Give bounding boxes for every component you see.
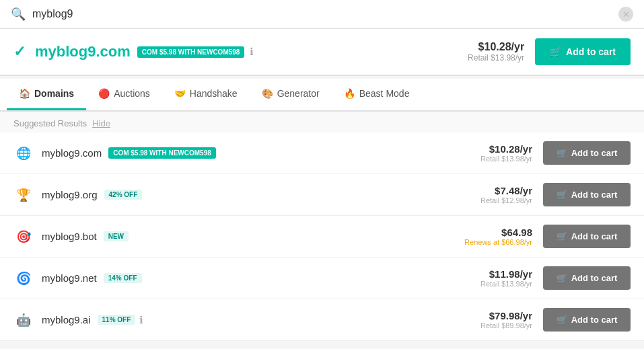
result-badge: COM $5.98 WITH NEWCOM598: [108, 147, 216, 159]
tab-generator[interactable]: 🎨 Generator: [250, 79, 332, 110]
results-list: 🌐 myblog9.com COM $5.98 WITH NEWCOM598 $…: [0, 132, 644, 341]
result-domain-name: myblog9.net: [42, 272, 97, 284]
result-row: 🤖 myblog9.ai 11% OFF ℹ $79.98/yr Retail …: [0, 299, 644, 341]
beastmode-icon: 🔥: [344, 88, 355, 99]
result-add-to-cart-button[interactable]: 🛒 Add to cart: [543, 308, 631, 332]
featured-add-to-cart-button[interactable]: 🛒 Add to cart: [535, 38, 631, 65]
featured-domain-name: myblog9.com: [35, 43, 131, 61]
result-price-retail: Renews at $66.98/yr: [464, 238, 532, 246]
result-domain-name: myblog9.org: [42, 189, 98, 200]
result-cart-icon: 🛒: [557, 148, 567, 158]
featured-price: $10.28/yr Retail $13.98/yr: [468, 41, 524, 63]
result-add-to-cart-button[interactable]: 🛒 Add to cart: [543, 225, 631, 248]
search-input[interactable]: [32, 8, 618, 20]
result-price-retail: Retail $13.98/yr: [480, 155, 532, 163]
tab-handshake[interactable]: 🤝 Handshake: [162, 79, 250, 110]
result-add-to-cart-button[interactable]: 🛒 Add to cart: [543, 183, 631, 206]
result-domain-name: myblog9.com: [42, 147, 102, 159]
result-badge: 11% OFF: [98, 315, 136, 325]
result-cart-icon: 🛒: [557, 231, 567, 241]
result-badge: 42% OFF: [104, 190, 143, 200]
domain-icon: 🎯: [13, 229, 34, 244]
result-row: 🏆 myblog9.org 42% OFF $7.48/yr Retail $1…: [0, 174, 644, 216]
clear-icon[interactable]: ✕: [618, 7, 633, 22]
handshake-icon: 🤝: [174, 88, 186, 99]
result-price-retail: Retail $89.98/yr: [480, 321, 532, 329]
result-price: $7.48/yr Retail $12.98/yr: [480, 185, 532, 204]
result-price: $64.98 Renews at $66.98/yr: [464, 227, 532, 246]
result-price-main: $11.98/yr: [480, 268, 532, 280]
tab-domains[interactable]: 🏠 Domains: [7, 79, 86, 110]
featured-info-icon[interactable]: ℹ: [250, 46, 254, 58]
suggested-label-text: Suggested Results: [13, 118, 87, 128]
result-price: $79.98/yr Retail $89.98/yr: [480, 310, 532, 329]
result-price-main: $10.28/yr: [480, 143, 532, 155]
domain-icon: 🏆: [13, 188, 34, 202]
featured-result: ✓ myblog9.com COM $5.98 WITH NEWCOM598 ℹ…: [0, 29, 644, 76]
domain-icon: 🤖: [13, 313, 34, 327]
result-row: 🎯 myblog9.bot NEW $64.98 Renews at $66.9…: [0, 216, 644, 258]
tabs-bar: 🏠 Domains 🔴 Auctions 🤝 Handshake 🎨 Gener…: [0, 79, 644, 112]
search-bar: 🔍 ✕: [0, 0, 644, 29]
domains-icon: 🏠: [19, 88, 30, 99]
result-cart-icon: 🛒: [557, 190, 567, 200]
auctions-icon: 🔴: [98, 88, 110, 99]
result-price-main: $7.48/yr: [480, 185, 532, 196]
featured-price-retail: Retail $13.98/yr: [468, 53, 524, 63]
result-badge: NEW: [104, 231, 129, 241]
result-price: $11.98/yr Retail $13.98/yr: [480, 268, 532, 288]
search-icon: 🔍: [11, 7, 26, 22]
result-badge: 14% OFF: [104, 273, 142, 283]
result-price-retail: Retail $13.98/yr: [480, 280, 532, 288]
result-add-to-cart-button[interactable]: 🛒 Add to cart: [543, 266, 631, 290]
result-row: 🌐 myblog9.com COM $5.98 WITH NEWCOM598 $…: [0, 132, 644, 174]
result-add-to-cart-button[interactable]: 🛒 Add to cart: [543, 141, 631, 165]
generator-icon: 🎨: [262, 88, 273, 99]
suggested-label-bar: Suggested Results Hide: [0, 112, 644, 132]
hide-link[interactable]: Hide: [92, 118, 110, 128]
domain-icon: 🌀: [13, 271, 34, 286]
check-icon: ✓: [13, 43, 26, 61]
result-cart-icon: 🛒: [557, 315, 567, 325]
tab-auctions[interactable]: 🔴 Auctions: [86, 79, 162, 110]
result-info-icon[interactable]: ℹ: [139, 314, 143, 326]
featured-price-main: $10.28/yr: [468, 41, 524, 53]
tab-beastmode[interactable]: 🔥 Beast Mode: [332, 79, 422, 110]
result-cart-icon: 🛒: [557, 273, 567, 283]
featured-badge: COM $5.98 WITH NEWCOM598: [137, 46, 245, 58]
result-price-main: $79.98/yr: [480, 310, 532, 321]
result-domain-name: myblog9.ai: [42, 314, 91, 325]
domain-icon: 🌐: [13, 146, 34, 161]
result-price-main: $64.98: [464, 227, 532, 238]
result-price: $10.28/yr Retail $13.98/yr: [480, 143, 532, 163]
result-domain-name: myblog9.bot: [42, 231, 97, 242]
result-row: 🌀 myblog9.net 14% OFF $11.98/yr Retail $…: [0, 258, 644, 299]
cart-icon: 🛒: [550, 46, 561, 57]
result-price-retail: Retail $12.98/yr: [480, 196, 532, 204]
